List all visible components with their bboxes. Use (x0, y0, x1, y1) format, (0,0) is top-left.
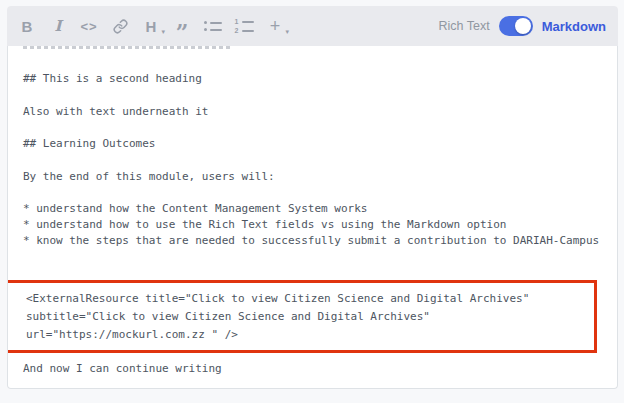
markdown-mode-label: Markdown (542, 19, 606, 34)
markdown-line: * know the steps that are needed to succ… (23, 234, 609, 248)
bullet-list-button[interactable] (202, 13, 224, 39)
heading-dropdown-button[interactable]: H ▾ (140, 13, 162, 39)
markdown-line: * understand how to use the Rich Text fi… (23, 218, 609, 232)
external-resource-highlight-box: <ExternalResource title="Click to view C… (7, 280, 597, 353)
markdown-line: Also with text underneath it (23, 105, 609, 119)
insert-component-button[interactable]: + ▾ (264, 13, 286, 39)
markdown-line: * understand how the Content Management … (23, 202, 609, 216)
bold-icon: B (22, 18, 33, 35)
formatting-toolbar: B I <> H ▾ ” 1 2 (7, 6, 618, 46)
blockquote-button[interactable]: ” (171, 13, 193, 39)
link-icon (113, 19, 128, 34)
editor-mode-switcher: Rich Text Markdown (439, 16, 606, 36)
markdown-line: And now I can continue writing (23, 362, 609, 376)
ordered-list-icon: 1 2 (235, 19, 254, 33)
toggle-knob (515, 18, 531, 34)
markdown-line: url="https://mockurl.com.zz " /> (26, 328, 588, 342)
chevron-down-icon: ▾ (161, 28, 165, 36)
markdown-textarea[interactable]: ## This is a second heading Also with te… (7, 46, 618, 389)
italic-icon: I (54, 17, 61, 35)
markdown-line: subtitle="Click to view Citizen Science … (26, 310, 588, 324)
markdown-line: ## This is a second heading (23, 72, 609, 86)
markdown-line: <ExternalResource title="Click to view C… (26, 292, 588, 306)
code-button[interactable]: <> (78, 13, 100, 39)
heading-icon: H (146, 18, 157, 35)
ordered-list-digit: 1 (235, 19, 239, 24)
mode-toggle-switch[interactable] (499, 16, 533, 36)
bullet-list-icon (204, 21, 222, 31)
ordered-list-button[interactable]: 1 2 (233, 13, 255, 39)
bold-button[interactable]: B (16, 13, 38, 39)
italic-button[interactable]: I (47, 13, 69, 39)
clipped-text-remnant (23, 46, 231, 49)
code-icon: <> (80, 19, 97, 34)
plus-icon: + (270, 16, 281, 37)
markdown-line: By the end of this module, users will: (23, 170, 609, 184)
link-button[interactable] (109, 13, 131, 39)
markdown-line: ## Learning Outcomes (23, 137, 609, 151)
markdown-editor-field: B I <> H ▾ ” 1 2 (7, 6, 618, 389)
chevron-down-icon: ▾ (285, 28, 289, 36)
rich-text-mode-label: Rich Text (439, 19, 490, 33)
ordered-list-digit: 2 (235, 28, 239, 33)
